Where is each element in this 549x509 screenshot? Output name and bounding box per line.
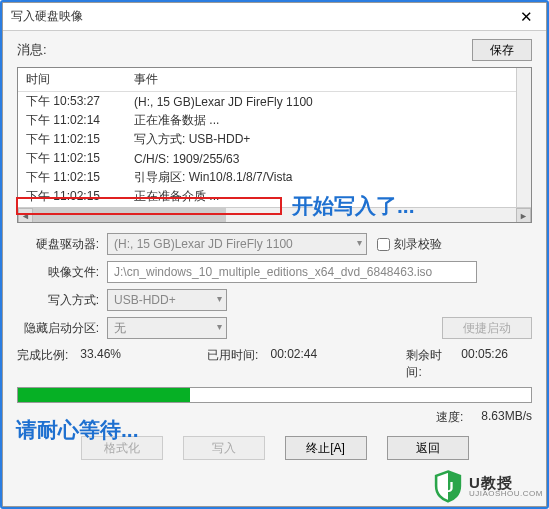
- label-drive: 硬盘驱动器:: [17, 236, 107, 253]
- log-event: (H:, 15 GB)Lexar JD FireFly 1100: [126, 92, 531, 112]
- stat-remain: 剩余时间: 00:05:26: [406, 347, 508, 381]
- scroll-left-icon[interactable]: ◄: [18, 208, 33, 223]
- close-button[interactable]: ✕: [506, 3, 546, 31]
- stats-row: 完成比例: 33.46% 已用时间: 00:02:44 剩余时间: 00:05:…: [17, 347, 532, 381]
- remain-value: 00:05:26: [461, 347, 508, 381]
- mode-dropdown[interactable]: USB-HDD+: [107, 289, 227, 311]
- scroll-right-icon[interactable]: ►: [516, 208, 531, 223]
- label-hidden: 隐藏启动分区:: [17, 320, 107, 337]
- pct-value: 33.46%: [80, 347, 121, 381]
- row-hidden: 隐藏启动分区: 无 便捷启动: [17, 317, 532, 339]
- log-table: 时间 事件 下午 10:53:27(H:, 15 GB)Lexar JD Fir…: [18, 68, 531, 223]
- log-time: 下午 11:02:15: [18, 149, 126, 168]
- convenient-boot-button[interactable]: 便捷启动: [442, 317, 532, 339]
- watermark: U U教授 UJIAOSHOU.COM: [431, 469, 543, 503]
- label-mode: 写入方式:: [17, 292, 107, 309]
- svg-text:U: U: [442, 478, 453, 495]
- titlebar: 写入硬盘映像 ✕: [3, 3, 546, 31]
- speed-value: 8.63MB/s: [481, 409, 532, 426]
- log-row[interactable]: 下午 11:02:14正在准备数据 ...: [18, 111, 531, 130]
- drive-dropdown[interactable]: (H:, 15 GB)Lexar JD FireFly 1100: [107, 233, 367, 255]
- log-event: C/H/S: 1909/255/63: [126, 149, 531, 168]
- log-list: 时间 事件 下午 10:53:27(H:, 15 GB)Lexar JD Fir…: [17, 67, 532, 223]
- log-time: 下午 11:02:15: [18, 168, 126, 187]
- stat-elapsed: 已用时间: 00:02:44: [207, 347, 382, 381]
- hidden-dropdown[interactable]: 无: [107, 317, 227, 339]
- write-button: 写入: [183, 436, 265, 460]
- log-time: 下午 11:02:15: [18, 187, 126, 206]
- image-path-field[interactable]: J:\cn_windows_10_multiple_editions_x64_d…: [107, 261, 477, 283]
- annotation-please-wait: 请耐心等待...: [16, 416, 139, 444]
- log-event: 正在准备数据 ...: [126, 111, 531, 130]
- hidden-value: 无: [114, 320, 126, 337]
- watermark-text: U教授 UJIAOSHOU.COM: [469, 475, 543, 498]
- log-row[interactable]: 下午 11:02:15引导扇区: Win10/8.1/8/7/Vista: [18, 168, 531, 187]
- drive-value: (H:, 15 GB)Lexar JD FireFly 1100: [114, 237, 293, 251]
- label-image: 映像文件:: [17, 264, 107, 281]
- shield-icon: U: [431, 469, 465, 503]
- verify-checkbox[interactable]: [377, 238, 390, 251]
- col-event: 事件: [126, 68, 531, 92]
- remain-label: 剩余时间:: [406, 347, 449, 381]
- pct-label: 完成比例:: [17, 347, 68, 381]
- save-button[interactable]: 保存: [472, 39, 532, 61]
- progress-bar: [17, 387, 532, 403]
- speed-label: 速度:: [436, 409, 463, 426]
- log-row[interactable]: 下午 11:02:15正在准备介质 ...: [18, 187, 531, 206]
- back-button[interactable]: 返回: [387, 436, 469, 460]
- elapsed-value: 00:02:44: [270, 347, 317, 381]
- message-row: 消息: 保存: [17, 39, 532, 61]
- form-area: 硬盘驱动器: (H:, 15 GB)Lexar JD FireFly 1100 …: [17, 233, 532, 339]
- log-time: 下午 10:53:27: [18, 92, 126, 112]
- log-row[interactable]: 下午 11:02:15写入方式: USB-HDD+: [18, 130, 531, 149]
- elapsed-label: 已用时间:: [207, 347, 258, 381]
- verify-label: 刻录校验: [394, 236, 442, 253]
- watermark-url: UJIAOSHOU.COM: [469, 490, 543, 498]
- scroll-thumb[interactable]: [33, 208, 226, 222]
- message-label: 消息:: [17, 41, 472, 59]
- annotation-start-writing: 开始写入了...: [292, 192, 415, 220]
- stat-pct: 完成比例: 33.46%: [17, 347, 183, 381]
- content-area: 消息: 保存 时间 事件 下午 10:53:27(H:, 15 GB)Lexar…: [3, 31, 546, 468]
- log-time: 下午 11:02:14: [18, 111, 126, 130]
- abort-button[interactable]: 终止[A]: [285, 436, 367, 460]
- window-title: 写入硬盘映像: [11, 8, 83, 25]
- row-mode: 写入方式: USB-HDD+: [17, 289, 532, 311]
- close-icon: ✕: [520, 8, 533, 26]
- row-image: 映像文件: J:\cn_windows_10_multiple_editions…: [17, 261, 532, 283]
- watermark-title: U教授: [469, 475, 543, 490]
- log-event: 引导扇区: Win10/8.1/8/7/Vista: [126, 168, 531, 187]
- scroll-track[interactable]: [33, 208, 516, 222]
- progress-fill: [18, 388, 190, 402]
- col-time: 时间: [18, 68, 126, 92]
- scrollbar-vertical[interactable]: [516, 68, 531, 207]
- row-drive: 硬盘驱动器: (H:, 15 GB)Lexar JD FireFly 1100 …: [17, 233, 532, 255]
- log-row[interactable]: 下午 11:02:15C/H/S: 1909/255/63: [18, 149, 531, 168]
- image-path-value: J:\cn_windows_10_multiple_editions_x64_d…: [114, 265, 432, 279]
- mode-value: USB-HDD+: [114, 293, 176, 307]
- log-time: 下午 11:02:15: [18, 130, 126, 149]
- verify-checkbox-wrap[interactable]: 刻录校验: [377, 236, 442, 253]
- log-row[interactable]: 下午 10:53:27(H:, 15 GB)Lexar JD FireFly 1…: [18, 92, 531, 112]
- log-event: 写入方式: USB-HDD+: [126, 130, 531, 149]
- scrollbar-horizontal[interactable]: ◄ ►: [18, 207, 531, 222]
